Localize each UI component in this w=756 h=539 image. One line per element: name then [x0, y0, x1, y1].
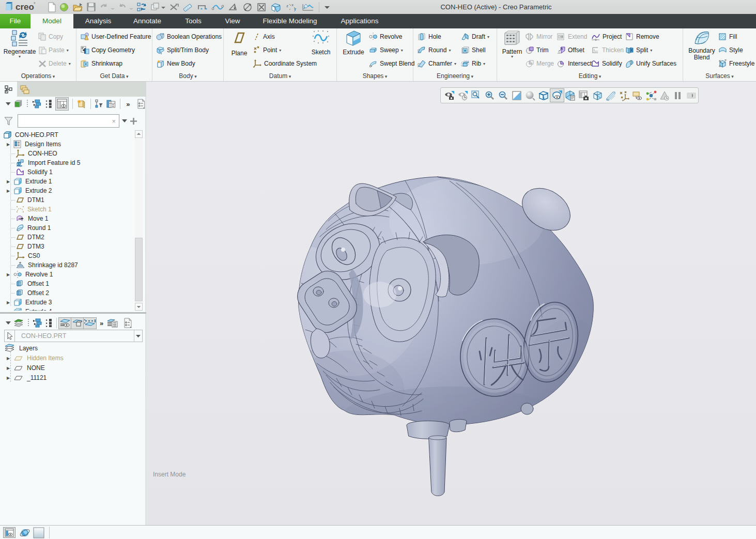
svg-text:°: °	[34, 2, 36, 7]
svg-text:creo: creo	[16, 2, 34, 12]
svg-text:z: z	[286, 4, 288, 8]
svg-text:x: x	[291, 3, 294, 7]
